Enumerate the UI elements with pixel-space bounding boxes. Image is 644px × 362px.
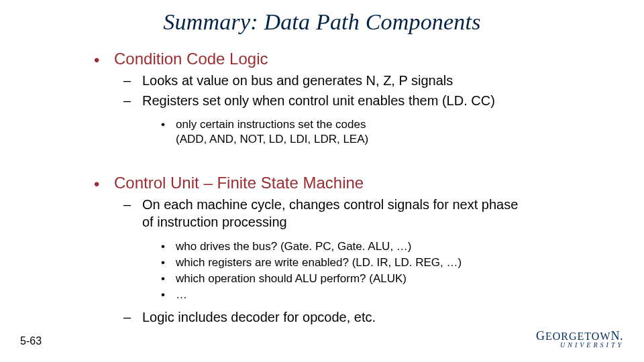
sub-sub-item: • only certain instructions set the code…: [161, 117, 604, 147]
bullet-icon: •: [161, 239, 176, 254]
line: of instruction processing: [142, 215, 287, 229]
sub-sub-item: • which registers are write enabled? (LD…: [161, 255, 604, 270]
bullet-icon: •: [161, 272, 176, 286]
sub-item: – Registers set only when control unit e…: [123, 93, 604, 110]
sub-sub-text: only certain instructions set the codes …: [176, 117, 368, 147]
sub-sub-text: which registers are write enabled? (LD. …: [176, 255, 462, 270]
line: only certain instructions set the codes: [176, 118, 366, 131]
sub-item: – Looks at value on bus and generates N,…: [123, 72, 604, 90]
sub-sub-item: • …: [161, 288, 604, 302]
slide-body: • Condition Code Logic – Looks at value …: [94, 50, 604, 326]
heading-text: Condition Code Logic: [114, 50, 268, 68]
section-heading-1: • Condition Code Logic: [94, 50, 604, 68]
sub-sub-text: which operation should ALU perform? (ALU…: [176, 272, 407, 286]
dash-icon: –: [123, 196, 142, 231]
dash-icon: –: [123, 309, 142, 326]
logo-line-1: GGEORGETOWNEORGETOWN.: [536, 330, 624, 342]
bullet-icon: •: [94, 174, 114, 192]
sub-text: Logic includes decoder for opcode, etc.: [142, 309, 376, 326]
sub-text: Registers set only when control unit ena…: [142, 93, 495, 110]
georgetown-logo: GGEORGETOWNEORGETOWN. UNIVERSITY: [536, 330, 624, 349]
sub-text: Looks at value on bus and generates N, Z…: [142, 72, 453, 90]
sub-item: – Logic includes decoder for opcode, etc…: [123, 309, 604, 326]
dash-icon: –: [123, 93, 142, 110]
bullet-icon: •: [94, 50, 114, 68]
section-heading-2: • Control Unit – Finite State Machine: [94, 174, 604, 192]
slide-title: Summary: Data Path Components: [0, 9, 644, 35]
sub-item: – On each machine cycle, changes control…: [123, 196, 604, 231]
line: (ADD, AND, NOT, LD, LDI, LDR, LEA): [176, 133, 368, 145]
sub-sub-item: • who drives the bus? (Gate. PC, Gate. A…: [161, 239, 604, 254]
dash-icon: –: [123, 72, 142, 90]
bullet-icon: •: [161, 288, 176, 302]
bullet-icon: •: [161, 255, 176, 270]
sub-sub-text: who drives the bus? (Gate. PC, Gate. ALU…: [176, 239, 412, 254]
sub-text: On each machine cycle, changes control s…: [142, 196, 518, 231]
logo-line-2: UNIVERSITY: [536, 342, 624, 349]
bullet-icon: •: [161, 117, 176, 147]
heading-text: Control Unit – Finite State Machine: [114, 174, 364, 192]
sub-sub-text: …: [176, 288, 187, 302]
line: On each machine cycle, changes control s…: [142, 197, 518, 212]
slide-number: 5-63: [20, 335, 42, 347]
sub-sub-item: • which operation should ALU perform? (A…: [161, 272, 604, 286]
